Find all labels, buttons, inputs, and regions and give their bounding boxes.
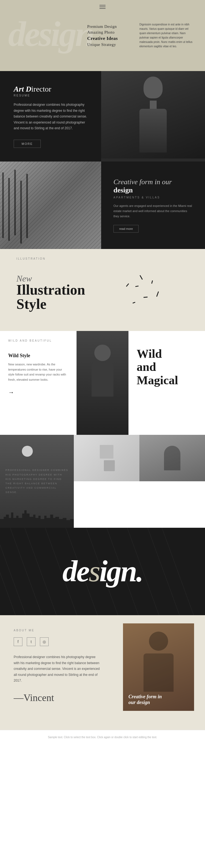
photo-grid-cell-3 — [139, 435, 205, 481]
portrait-small — [139, 435, 205, 481]
creative-form-section: Creative form in our design APARTMENTS &… — [0, 161, 205, 249]
photo-overlay-text: PROFESSIONAL DESIGNER COMBINES HIS PHOTO… — [0, 435, 74, 528]
menu-icon[interactable] — [99, 5, 106, 9]
wild-left: Wild Style New season, new wardrobe. As … — [0, 331, 77, 435]
social-icons: f t ◎ — [14, 637, 109, 646]
art-director-photo — [101, 71, 205, 161]
dash-2 — [151, 280, 153, 284]
nav-item-photo[interactable]: Amazing Photo — [87, 30, 115, 35]
illustration-main: Illustration — [17, 282, 85, 298]
wild-label: WILD AND BEAUTIFUL — [8, 339, 52, 342]
wild-right: WildandMagical — [128, 331, 205, 435]
twitter-icon[interactable]: t — [27, 637, 35, 646]
woman-head — [144, 76, 163, 98]
body-shape — [92, 364, 113, 397]
more-button[interactable]: MORE — [14, 140, 41, 148]
wild-portrait — [77, 331, 128, 435]
art-director-section: Art Director RESUME Professional designe… — [0, 71, 205, 161]
face-shape — [94, 345, 111, 361]
about-photo-title: Creative form inour design — [128, 694, 162, 705]
dash-6 — [126, 283, 129, 287]
portrait-image — [101, 71, 205, 158]
photo-grid-cell-1: PROFESSIONAL DESIGNER COMBINES HIS PHOTO… — [0, 435, 74, 528]
dash-5 — [144, 297, 148, 298]
about-body — [144, 653, 174, 692]
creative-form-title: Creative form in our design — [113, 178, 193, 194]
woman-silhouette — [131, 76, 175, 153]
illustration-new: New — [17, 274, 104, 283]
signature: —Vincent — [14, 692, 109, 704]
photo-light-1 — [74, 435, 139, 481]
about-description: Professional designer combines his photo… — [14, 654, 101, 684]
illustration-style: Style — [17, 297, 104, 311]
box-2 — [104, 460, 115, 471]
illustration-title: New Illustration Style — [17, 274, 104, 311]
dash-3 — [135, 286, 139, 287]
illustration-left: New Illustration Style — [17, 269, 104, 311]
read-more-button[interactable]: read more — [113, 225, 139, 232]
photo-grid-cell-2 — [74, 435, 139, 481]
footer-sample: Sample text. Click to select the text bo… — [0, 730, 205, 744]
box-shapes — [98, 445, 115, 471]
illustration-decorative — [119, 270, 174, 310]
creative-form-content: Creative form in our design APARTMENTS &… — [101, 161, 205, 249]
streak-1 — [0, 528, 40, 615]
about-left: ABOUT ME f t ◎ Professional designer com… — [0, 615, 123, 730]
wild-magical-title: WildandMagical — [137, 347, 197, 387]
design-hero-section: design. — [0, 528, 205, 615]
dash-1 — [140, 275, 143, 280]
art-director-left: Art Director RESUME Professional designe… — [0, 71, 101, 161]
woman-neck — [150, 100, 157, 109]
about-section: ABOUT ME f t ◎ Professional designer com… — [0, 615, 205, 730]
apartments-label: APARTMENTS & VILLAS — [113, 196, 193, 199]
wild-section: WILD AND BEAUTIFUL Wild Style New season… — [0, 331, 205, 435]
woman-body — [139, 109, 167, 153]
art-director-title: Art Director — [14, 85, 90, 93]
nav-item-premium[interactable]: Premium Design — [87, 24, 117, 29]
wild-style-text: New season, new wardrobe. As the tempera… — [8, 362, 68, 382]
dash-4 — [156, 291, 159, 297]
facebook-icon[interactable]: f — [14, 637, 22, 646]
hero-nav: Premium Design Amazing Photo Creative Id… — [87, 24, 118, 47]
resume-label: RESUME — [14, 94, 90, 97]
streak-2 — [0, 528, 51, 615]
wild-style-title: Wild Style — [8, 353, 68, 359]
about-right: Creative form inour design — [123, 615, 205, 730]
wild-center-image — [77, 331, 128, 435]
s-highlight: s — [89, 555, 99, 588]
hero-description: Dignissim suspendisse in est ante in nib… — [139, 23, 194, 49]
creative-form-image — [0, 161, 101, 249]
photo-dark-bg: PROFESSIONAL DESIGNER COMBINES HIS PHOTO… — [0, 435, 74, 528]
art-director-description: Professional designer combines his photo… — [14, 102, 90, 131]
box-1 — [100, 445, 113, 459]
hero-watermark: design — [8, 16, 93, 52]
creative-form-description: Our agents are engaged and experienced i… — [113, 203, 193, 219]
about-label: ABOUT ME — [14, 629, 109, 632]
illustration-section: ILLUSTRATION New Illustration Style — [0, 249, 205, 331]
person-silhouette — [164, 446, 180, 470]
streak-11 — [159, 528, 205, 615]
about-photo-text: Creative form inour design — [128, 694, 162, 705]
arrow-right-icon[interactable]: → — [8, 389, 68, 396]
photo-grid-section: PROFESSIONAL DESIGNER COMBINES HIS PHOTO… — [0, 435, 205, 528]
wave-pattern — [0, 161, 101, 249]
about-face — [149, 631, 168, 651]
streak-10 — [144, 528, 204, 615]
illustration-right — [104, 266, 188, 315]
streak-3 — [7, 528, 67, 615]
dash-7 — [133, 302, 135, 303]
instagram-icon[interactable]: ◎ — [40, 637, 49, 646]
illustration-label: ILLUSTRATION — [17, 257, 46, 260]
nav-item-strategy[interactable]: Unique Strategy — [87, 42, 116, 47]
wave-bars — [0, 161, 101, 249]
about-photo: Creative form inour design — [123, 623, 194, 711]
hero-section: design Premium Design Amazing Photo Crea… — [0, 0, 205, 71]
design-hero-text: design. — [63, 554, 143, 589]
nav-item-ideas[interactable]: Creative Ideas — [87, 36, 118, 41]
